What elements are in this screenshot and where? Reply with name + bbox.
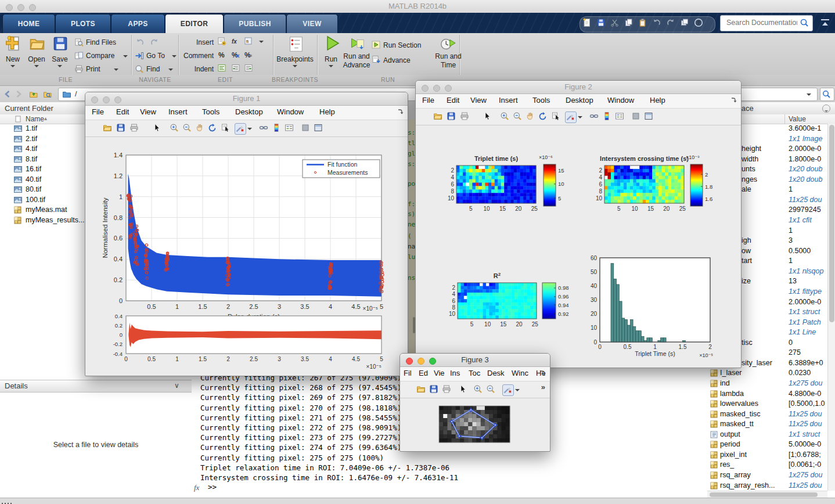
print-tool-icon[interactable]	[460, 111, 470, 122]
panel-menu-icon[interactable]	[822, 105, 830, 113]
open-tool-icon[interactable]	[416, 384, 427, 395]
workspace-row-lambda[interactable]: lambda4.8800e-0	[707, 389, 835, 399]
save-tool-icon[interactable]	[116, 123, 127, 134]
workspace-row-lowervalues[interactable]: lowervalues[0.5000,1.0	[707, 399, 835, 409]
menu-ins[interactable]: Ins	[450, 369, 460, 377]
help-icon[interactable]: ?	[692, 17, 706, 31]
brush-dropdown-icon[interactable]	[515, 389, 520, 391]
legendic-tool-icon[interactable]	[615, 111, 625, 122]
figure1-titlebar[interactable]: Figure 1	[85, 92, 408, 106]
rotate-tool-icon[interactable]	[208, 123, 218, 134]
smart-indent-icon[interactable]	[217, 63, 226, 75]
open-icon[interactable]	[29, 35, 45, 54]
workspace-row-rsq_array_resh[interactable]: rsq_array_resh...11x25 dou	[707, 481, 835, 491]
run-section-icon[interactable]	[372, 40, 381, 52]
details-header[interactable]: Details ∨	[0, 380, 192, 393]
menu-file[interactable]: File	[92, 107, 104, 116]
cut-icon[interactable]	[608, 17, 622, 31]
uncomment-icon[interactable]: %	[231, 50, 240, 62]
new-button-label[interactable]: New	[6, 55, 20, 63]
dcursor-tool-icon[interactable]	[551, 111, 562, 122]
print-icon[interactable]	[74, 64, 84, 76]
run-and-time-label1[interactable]: Run and	[435, 52, 461, 60]
search-documentation-input[interactable]	[725, 18, 798, 27]
new-tool-icon[interactable]	[89, 123, 100, 134]
sqgray-tool-icon[interactable]	[301, 123, 311, 134]
workspace-row-pixel_int[interactable]: pixel_int[1;0.6788;	[707, 450, 835, 460]
run-and-advance-label2[interactable]: Advance	[343, 61, 370, 69]
hand-tool-icon[interactable]	[195, 123, 206, 134]
print-tool-icon[interactable]	[129, 123, 140, 134]
search-icon[interactable]	[800, 18, 809, 30]
menu-toc[interactable]: Toc	[469, 369, 480, 377]
figure2-window[interactable]: Figure 2 FileEditViewInsertToolsDesktopW…	[415, 80, 742, 368]
save-button-label[interactable]: Save	[52, 55, 67, 63]
menu-overflow-icon[interactable]	[539, 369, 546, 378]
undo-icon[interactable]	[650, 17, 664, 31]
insert-section-icon[interactable]	[217, 37, 226, 48]
menu-vie[interactable]: Vie	[434, 369, 445, 377]
link-tool-icon[interactable]	[589, 111, 600, 122]
print-tool-icon[interactable]	[442, 384, 452, 395]
cursor-tool-icon[interactable]	[483, 111, 493, 122]
compare-button[interactable]: Compare	[86, 52, 114, 60]
legendic-tool-icon[interactable]	[285, 123, 295, 134]
brush-dropdown-icon[interactable]	[578, 116, 582, 118]
breakpoints-button[interactable]: Breakpoints	[276, 55, 313, 63]
breakpoints-icon[interactable]	[287, 35, 304, 55]
comment-icon[interactable]: %	[217, 50, 226, 62]
brush-tool-icon[interactable]	[235, 123, 246, 135]
advance-icon[interactable]	[372, 55, 381, 67]
advance-button[interactable]: Advance	[383, 56, 411, 64]
compare-icon[interactable]	[74, 51, 84, 63]
find-button[interactable]: Find	[146, 65, 160, 73]
search-documentation-box[interactable]	[720, 15, 813, 31]
browse-folder-icon[interactable]	[43, 89, 52, 101]
figure3-titlebar[interactable]: Figure 3	[400, 354, 550, 367]
sqframe-tool-icon[interactable]	[644, 111, 654, 122]
cbar-tool-icon[interactable]	[272, 123, 282, 134]
menu-insert[interactable]: Insert	[168, 107, 188, 116]
workspace-row-I_laser[interactable]: I_laser0.0230	[707, 368, 835, 379]
menu-fil[interactable]: Fil	[404, 369, 412, 377]
zoomout-tool-icon[interactable]	[513, 111, 523, 122]
cbar-tool-icon[interactable]	[602, 111, 613, 122]
save-tool-icon[interactable]	[447, 111, 457, 122]
open-tool-icon[interactable]	[433, 111, 444, 122]
print-button[interactable]: Print	[86, 65, 100, 73]
zoomout-tool-icon[interactable]	[486, 384, 496, 395]
run-button[interactable]: Run	[325, 55, 337, 63]
comment-wrap-icon[interactable]: %	[244, 50, 253, 62]
brush-dropdown-icon[interactable]	[247, 128, 252, 130]
zoomin-tool-icon[interactable]	[473, 384, 484, 395]
workspace-row-masked_tt[interactable]: masked_tt11x25 dou	[707, 419, 835, 430]
find-icon[interactable]	[135, 64, 144, 76]
toolbar-overflow-button[interactable]: »	[541, 383, 545, 391]
path-dropdown-icon[interactable]	[807, 93, 811, 96]
save-icon[interactable]	[52, 35, 69, 54]
menu-edit[interactable]: Edit	[447, 96, 459, 105]
menu-overflow-icon[interactable]	[730, 96, 737, 105]
run-section-button[interactable]: Run Section	[383, 41, 421, 49]
menu-edit[interactable]: Edit	[116, 107, 129, 116]
cursor-tool-icon[interactable]	[152, 123, 163, 134]
figure2-titlebar[interactable]: Figure 2	[416, 81, 741, 94]
tab-plots[interactable]: PLOTS	[55, 14, 111, 33]
comment-label[interactable]: Comment	[183, 52, 214, 60]
redo-icon[interactable]	[664, 17, 678, 31]
goto-button[interactable]: Go To	[146, 52, 165, 60]
dcursor-tool-icon[interactable]	[221, 123, 231, 134]
brush-tool-icon[interactable]	[502, 384, 514, 396]
find-files-button[interactable]: Find Files	[86, 38, 116, 46]
tab-publish[interactable]: PUBLISH	[224, 14, 286, 33]
forward-arrow-icon[interactable]	[150, 38, 159, 49]
menu-help[interactable]: Help	[650, 96, 665, 105]
new-script-icon[interactable]	[580, 17, 594, 31]
zoomout-tool-icon[interactable]	[182, 123, 193, 134]
workspace-row-res_[interactable]: res_[0.0061;-0	[707, 460, 835, 470]
rotate-tool-icon[interactable]	[538, 111, 549, 122]
find-files-icon[interactable]	[74, 38, 84, 49]
menu-window[interactable]: Window	[277, 107, 304, 116]
back-arrow-icon[interactable]	[135, 38, 145, 49]
figure1-window[interactable]: Figure 1 FileEditViewInsertToolsDesktopW…	[85, 92, 408, 376]
